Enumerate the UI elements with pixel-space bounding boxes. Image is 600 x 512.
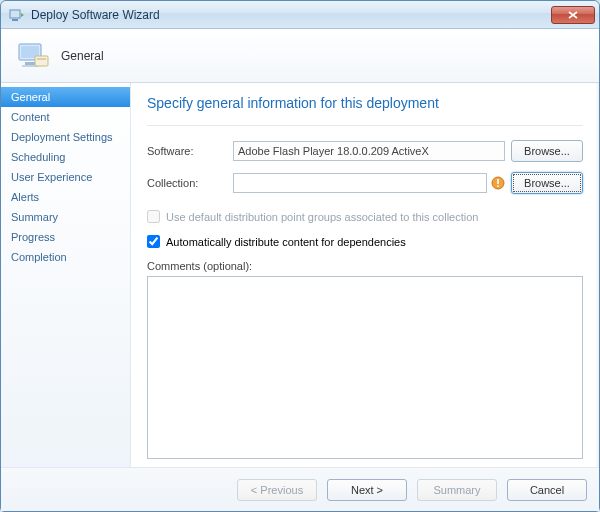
collection-label: Collection: — [147, 177, 233, 189]
sidebar-item-progress[interactable]: Progress — [1, 227, 130, 247]
browse-software-button[interactable]: Browse... — [511, 140, 583, 162]
svg-rect-0 — [10, 10, 20, 18]
sidebar-item-scheduling[interactable]: Scheduling — [1, 147, 130, 167]
window-title: Deploy Software Wizard — [31, 8, 551, 22]
svg-rect-10 — [497, 185, 499, 187]
close-button[interactable] — [551, 6, 595, 24]
auto-distribute-checkbox[interactable]: Automatically distribute content for dep… — [147, 235, 583, 248]
next-button[interactable]: Next > — [327, 479, 407, 501]
wizard-header: General — [1, 29, 599, 83]
main-panel: Specify general information for this dep… — [131, 83, 599, 467]
comments-label: Comments (optional): — [147, 260, 583, 272]
use-default-groups-label: Use default distribution point groups as… — [166, 211, 478, 223]
warning-icon — [491, 176, 505, 190]
wizard-window: Deploy Software Wizard General GeneralCo… — [0, 0, 600, 512]
comments-textarea[interactable] — [147, 276, 583, 459]
header-label: General — [61, 49, 104, 63]
sidebar-item-general[interactable]: General — [1, 87, 130, 107]
use-default-groups-checkbox: Use default distribution point groups as… — [147, 210, 583, 223]
use-default-groups-input — [147, 210, 160, 223]
page-heading: Specify general information for this dep… — [147, 95, 583, 111]
software-label: Software: — [147, 145, 233, 157]
app-icon — [9, 7, 25, 23]
cancel-button[interactable]: Cancel — [507, 479, 587, 501]
divider — [147, 125, 583, 126]
sidebar-item-alerts[interactable]: Alerts — [1, 187, 130, 207]
svg-rect-6 — [35, 56, 48, 66]
wizard-footer: < Previous Next > Summary Cancel — [1, 467, 599, 511]
software-input[interactable] — [233, 141, 505, 161]
svg-rect-9 — [497, 179, 499, 184]
sidebar-item-deployment-settings[interactable]: Deployment Settings — [1, 127, 130, 147]
svg-rect-1 — [12, 19, 18, 21]
titlebar: Deploy Software Wizard — [1, 1, 599, 29]
browse-collection-button[interactable]: Browse... — [511, 172, 583, 194]
svg-rect-4 — [25, 62, 35, 65]
sidebar-item-user-experience[interactable]: User Experience — [1, 167, 130, 187]
auto-distribute-input[interactable] — [147, 235, 160, 248]
sidebar-item-completion[interactable]: Completion — [1, 247, 130, 267]
software-row: Software: Browse... — [147, 140, 583, 162]
collection-input[interactable] — [233, 173, 487, 193]
sidebar: GeneralContentDeployment SettingsSchedul… — [1, 83, 131, 467]
sidebar-item-summary[interactable]: Summary — [1, 207, 130, 227]
wizard-body: GeneralContentDeployment SettingsSchedul… — [1, 83, 599, 467]
collection-row: Collection: Browse... — [147, 172, 583, 194]
previous-button: < Previous — [237, 479, 317, 501]
summary-button: Summary — [417, 479, 497, 501]
sidebar-item-content[interactable]: Content — [1, 107, 130, 127]
svg-rect-7 — [37, 58, 46, 60]
auto-distribute-label: Automatically distribute content for dep… — [166, 236, 406, 248]
computer-icon — [15, 38, 51, 74]
